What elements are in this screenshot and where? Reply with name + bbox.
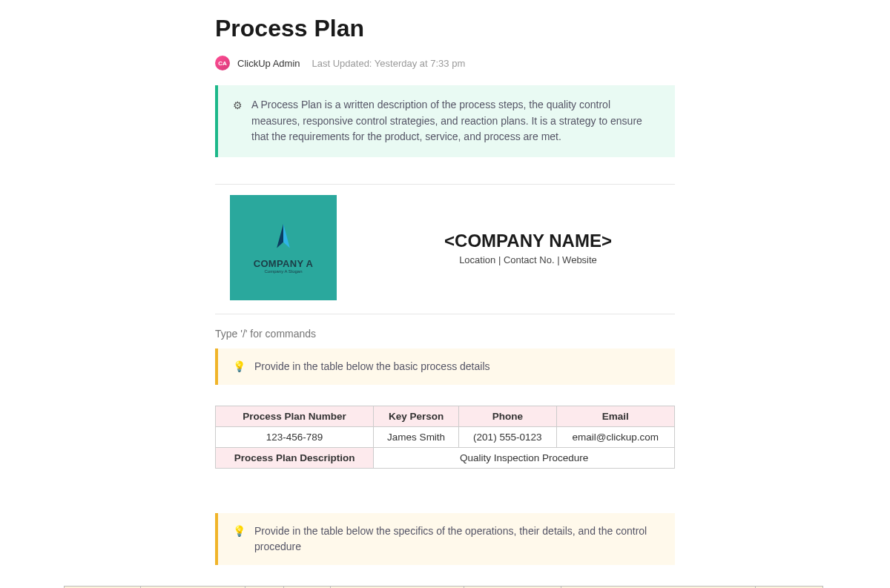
page-title: Process Plan xyxy=(215,15,675,42)
th-key-person: Key Person xyxy=(374,406,459,427)
author-name: ClickUp Admin xyxy=(237,58,300,69)
lightbulb-icon: 💡 xyxy=(233,523,245,555)
td-plan-number[interactable]: 123-456-789 xyxy=(216,427,374,448)
th-email: Email xyxy=(556,406,675,427)
details-table: Process Plan Number Key Person Phone Ema… xyxy=(215,406,675,469)
company-subline[interactable]: Location | Contact No. | Website xyxy=(381,254,675,265)
td-description[interactable]: Quality Inspection Procedure xyxy=(374,448,675,469)
company-header: COMPANY A Company A Slogan <COMPANY NAME… xyxy=(215,194,675,305)
td-phone[interactable]: (201) 555-0123 xyxy=(459,427,556,448)
command-input[interactable] xyxy=(215,323,675,344)
divider xyxy=(215,184,675,185)
logo-slogan: Company A Slogan xyxy=(264,269,302,274)
last-updated: Last Updated: Yesterday at 7:33 pm xyxy=(312,58,466,69)
doc-meta: CA ClickUp Admin Last Updated: Yesterday… xyxy=(215,56,675,70)
avatar: CA xyxy=(215,56,230,70)
th-description: Process Plan Description xyxy=(216,448,374,469)
intro-text: A Process Plan is a written description … xyxy=(251,97,660,145)
th-phone: Phone xyxy=(459,406,556,427)
lightbulb-icon: 💡 xyxy=(233,359,245,374)
logo-text: COMPANY A xyxy=(254,258,313,269)
hint-operations: 💡 Provide in the table below the specifi… xyxy=(215,513,675,565)
logo-icon xyxy=(271,222,296,254)
company-logo: COMPANY A Company A Slogan xyxy=(230,195,337,300)
td-key-person[interactable]: James Smith xyxy=(374,427,459,448)
td-email[interactable]: email@clickup.com xyxy=(556,427,675,448)
hint-text: Provide in the table below the basic pro… xyxy=(254,359,490,374)
hint-text: Provide in the table below the specifics… xyxy=(254,523,660,555)
company-name-placeholder[interactable]: <COMPANY NAME> xyxy=(381,231,675,251)
divider xyxy=(215,314,675,314)
intro-callout: ⚙ A Process Plan is a written descriptio… xyxy=(215,85,675,157)
th-plan-number: Process Plan Number xyxy=(216,406,374,427)
hint-basic-details: 💡 Provide in the table below the basic p… xyxy=(215,348,675,385)
gear-icon: ⚙ xyxy=(233,98,243,145)
